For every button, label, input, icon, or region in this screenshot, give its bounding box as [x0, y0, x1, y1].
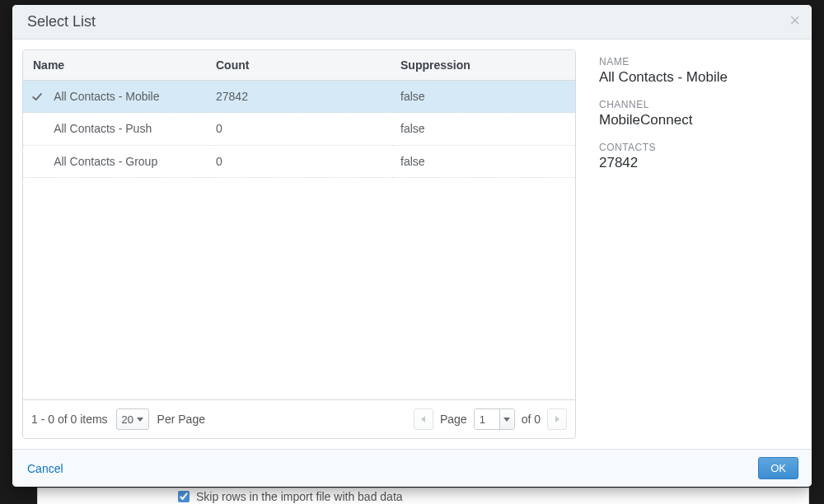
page-of-total: of 0	[522, 413, 541, 426]
page-number-caret[interactable]	[499, 409, 514, 429]
row-count: 27842	[208, 81, 392, 113]
detail-value-channel: MobileConnect	[599, 112, 794, 128]
next-page-button[interactable]	[547, 408, 567, 430]
modal-title: Select List	[27, 13, 797, 30]
modal-footer: Cancel OK	[12, 449, 812, 487]
pager-summary: 1 - 0 of 0 items	[31, 413, 108, 426]
row-name: All Contacts - Group	[54, 155, 157, 168]
row-count: 0	[208, 113, 392, 145]
col-header-name[interactable]: Name	[23, 50, 208, 81]
skip-bad-rows-label: Skip rows in the import file with bad da…	[196, 490, 403, 503]
table-header-row: Name Count Suppression	[23, 50, 575, 81]
checkmark-icon	[31, 91, 43, 103]
detail-pane: NAME All Contacts - Mobile CHANNEL Mobil…	[591, 49, 802, 439]
detail-value-contacts: 27842	[599, 155, 794, 171]
detail-label-name: NAME	[599, 56, 794, 68]
per-page-label: Per Page	[157, 413, 205, 426]
pager-bar: 1 - 0 of 0 items 20 Per Page Page of 0	[23, 399, 575, 438]
page-size-value: 20	[122, 413, 133, 426]
chevron-right-icon	[555, 416, 559, 422]
table-row[interactable]: All Contacts - Push 0 false	[23, 113, 575, 145]
detail-label-contacts: CONTACTS	[599, 142, 794, 153]
row-suppression: false	[392, 81, 575, 113]
page-label: Page	[440, 413, 467, 426]
lists-table: Name Count Suppression All Contacts - Mo…	[23, 50, 575, 178]
chevron-down-icon	[503, 418, 510, 422]
row-name: All Contacts - Mobile	[54, 90, 159, 103]
table-empty-space	[23, 178, 575, 399]
table-row[interactable]: All Contacts - Mobile 27842 false	[23, 81, 575, 113]
list-table-pane: Name Count Suppression All Contacts - Mo…	[22, 49, 576, 439]
prev-page-button[interactable]	[414, 408, 433, 430]
row-count: 0	[208, 145, 392, 177]
page-number-input[interactable]	[474, 408, 515, 430]
detail-value-name: All Contacts - Mobile	[599, 69, 794, 86]
select-list-modal: Select List × Name Count Suppression	[12, 5, 812, 487]
background-import-option-row: Skip rows in the import file with bad da…	[37, 488, 809, 504]
col-header-count[interactable]: Count	[208, 50, 392, 81]
close-icon[interactable]: ×	[789, 12, 800, 30]
row-suppression: false	[392, 113, 575, 145]
table-row[interactable]: All Contacts - Group 0 false	[23, 145, 575, 177]
modal-header: Select List ×	[12, 5, 812, 40]
chevron-left-icon	[421, 416, 425, 422]
col-header-suppression[interactable]: Suppression	[392, 50, 575, 81]
page-size-select[interactable]: 20	[116, 408, 149, 430]
page-number-field[interactable]	[475, 409, 499, 429]
row-suppression: false	[392, 145, 575, 177]
chevron-down-icon	[137, 418, 143, 422]
ok-button[interactable]: OK	[758, 457, 798, 479]
row-name: All Contacts - Push	[54, 122, 152, 135]
detail-label-channel: CHANNEL	[599, 99, 794, 110]
cancel-button[interactable]: Cancel	[26, 459, 65, 478]
skip-bad-rows-checkbox[interactable]	[178, 491, 190, 502]
modal-body: Name Count Suppression All Contacts - Mo…	[12, 40, 812, 449]
